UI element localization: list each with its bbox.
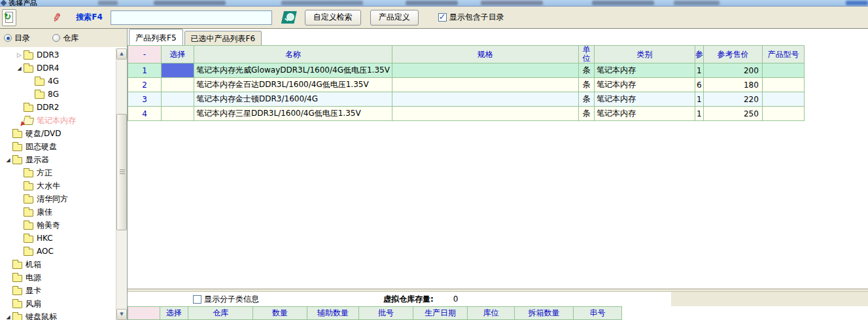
column-header-5[interactable]: 类别 (594, 46, 695, 63)
edit-pen-icon[interactable]: ✎ (51, 10, 63, 25)
custom-search-button[interactable]: 自定义检索 (305, 10, 361, 26)
tab-bar: 产品列表F5已选中产品列表F6 (128, 29, 868, 45)
background-window-fragment (98, 1, 118, 5)
radio-option-warehouse[interactable]: 仓库 (52, 33, 78, 44)
tab-0[interactable]: 产品列表F5 (129, 29, 183, 45)
expander-icon[interactable]: ▷ (15, 52, 24, 58)
tree-item-DDR4[interactable]: ◢DDR4 (0, 62, 115, 75)
tree-item-风扇[interactable]: 风扇 (0, 297, 115, 310)
product-table-header-row: -选择名称规格单位类别参参考售价产品型号 (128, 46, 805, 63)
radio-option-catalog[interactable]: 目录 (4, 33, 30, 44)
unit-cell: 条 (578, 63, 594, 78)
tree-item-康佳[interactable]: 康佳 (0, 205, 115, 219)
tab-1[interactable]: 已选中产品列表F6 (184, 31, 262, 45)
tree-item-机箱[interactable]: 机箱 (0, 258, 115, 271)
select-cell[interactable] (162, 107, 194, 121)
tree-item-翰美奇[interactable]: 翰美奇 (0, 219, 115, 232)
magnifier-icon[interactable] (281, 11, 297, 24)
bottom-controls: 显示分子类信息 虚拟仓库存量: 0 (128, 292, 868, 306)
column-header-3[interactable]: 规格 (392, 46, 578, 63)
stock-column-header-7[interactable]: 库位 (468, 307, 515, 320)
tree-item-显卡[interactable]: 显卡 (0, 284, 115, 297)
background-window-fragment (281, 1, 363, 5)
tree-item-方正[interactable]: 方正 (0, 166, 115, 179)
column-header-6[interactable]: 参 (695, 46, 703, 63)
stock-column-header-2[interactable]: 仓库 (188, 307, 253, 320)
search-input[interactable] (111, 10, 272, 25)
folder-icon (24, 222, 33, 230)
tree-item-笔记本内存[interactable]: 笔记本内存 (0, 114, 115, 127)
spec-cell (392, 63, 578, 78)
price-cell: 180 (703, 78, 762, 92)
spec-cell (392, 78, 578, 92)
tree-item-显示器[interactable]: ◢显示器 (0, 153, 115, 166)
tree-item-DDR3[interactable]: ▷DDR3 (0, 48, 115, 62)
stock-column-header-0[interactable] (128, 307, 160, 320)
category-tree: ▷DDR3◢DDR44G8GDDR2笔记本内存硬盘/DVD固态硬盘◢显示器方正大… (0, 48, 115, 320)
scroll-up-button[interactable]: ▲ (116, 48, 127, 60)
folder-icon (12, 144, 22, 151)
stock-column-header-8[interactable]: 拆箱数量 (515, 307, 574, 320)
stock-column-header-5[interactable]: 批号 (359, 307, 413, 320)
column-header-2[interactable]: 名称 (194, 46, 392, 63)
column-header-8[interactable]: 产品型号 (762, 46, 804, 63)
tree-item-大水牛[interactable]: 大水牛 (0, 179, 115, 192)
name-cell: 笔记本内存光威GlowayDDR3L/1600/4G低电压1.35V (194, 63, 392, 78)
select-product-window: 选择产品 ↻ ✎ 搜索F4 自定义检索 产品定义 显示包含子目录 (0, 0, 868, 320)
stock-column-header-6[interactable]: 生产日期 (413, 307, 468, 320)
stock-column-header-3[interactable]: 数量 (253, 307, 307, 320)
product-row[interactable]: 1笔记本内存光威GlowayDDR3L/1600/4G低电压1.35V条笔记本内… (128, 63, 805, 78)
select-cell[interactable] (162, 78, 194, 92)
folder-icon (12, 288, 22, 295)
tree-item-HKC[interactable]: HKC (0, 232, 115, 245)
folder-icon (24, 65, 33, 73)
window-title: 选择产品 (9, 0, 37, 7)
product-row[interactable]: 2笔记本内存金百达DDR3L/1600/4G低电压1.35V条笔记本内存6180 (128, 78, 805, 92)
column-header-1[interactable]: 选择 (162, 46, 194, 63)
product-row[interactable]: 4笔记本内存三星DDR3L/1600/4G低电压1.35V条笔记本内存1250 (128, 107, 805, 121)
tree-item-键盘鼠标[interactable]: ◢键盘鼠标 (0, 310, 115, 320)
product-define-button[interactable]: 产品定义 (370, 10, 419, 26)
window-body: 目录 仓库 ▷DDR3◢DDR44G8GDDR2笔记本内存硬盘/DVD固态硬盘◢… (0, 29, 868, 320)
expander-icon[interactable]: ◢ (15, 65, 24, 71)
tree-item-AOC[interactable]: AOC (0, 245, 115, 258)
name-cell: 笔记本内存金百达DDR3L/1600/4G低电压1.35V (194, 78, 392, 92)
tree-item-DDR2[interactable]: DDR2 (0, 101, 115, 114)
tree-item-硬盘/DVD[interactable]: 硬盘/DVD (0, 127, 115, 140)
column-header-0[interactable]: - (128, 46, 162, 63)
scroll-thumb[interactable] (116, 114, 127, 230)
refresh-button[interactable]: ↻ (2, 9, 16, 26)
folder-icon (12, 301, 22, 308)
expander-icon[interactable]: ◢ (4, 157, 12, 163)
tree-item-label: 硬盘/DVD (26, 128, 61, 139)
show-subclass-checkbox[interactable] (193, 295, 201, 304)
select-cell[interactable] (162, 92, 194, 107)
tree-item-电源[interactable]: 电源 (0, 271, 115, 284)
tree-item-label: 8G (48, 90, 59, 99)
titlebar: 选择产品 (0, 0, 868, 7)
column-header-7[interactable]: 参考售价 (703, 46, 762, 63)
bottom-filler (458, 292, 868, 306)
product-row[interactable]: 3笔记本内存金士顿DDR3/1600/4G条笔记本内存1220 (128, 92, 805, 107)
background-window-fragment (481, 1, 543, 5)
scroll-down-button[interactable]: ▼ (116, 309, 127, 320)
tree-item-4G[interactable]: 4G (0, 75, 115, 88)
folder-icon (12, 275, 22, 282)
tree-item-固态硬盘[interactable]: 固态硬盘 (0, 140, 115, 153)
folder-icon (12, 262, 22, 269)
category-tree-panel: ▷DDR3◢DDR44G8GDDR2笔记本内存硬盘/DVD固态硬盘◢显示器方正大… (0, 47, 127, 320)
tree-item-清华同方[interactable]: 清华同方 (0, 192, 115, 205)
select-cell[interactable] (162, 63, 194, 78)
radio-warehouse-label: 仓库 (63, 33, 78, 44)
column-header-4[interactable]: 单位 (578, 46, 594, 63)
tree-item-8G[interactable]: 8G (0, 88, 115, 101)
ref-cell: 1 (695, 63, 703, 78)
stock-column-header-1[interactable]: 选择 (160, 307, 188, 320)
stock-column-header-9[interactable]: 串号 (574, 307, 622, 320)
stock-column-header-4[interactable]: 辅助数量 (307, 307, 359, 320)
include-subdirs-checkbox[interactable] (438, 13, 447, 22)
tree-item-label: 4G (48, 77, 59, 86)
tree-item-label: 康佳 (37, 207, 52, 218)
tree-scrollbar[interactable]: ▲ ▼ (116, 48, 127, 320)
expander-icon[interactable]: ◢ (4, 314, 12, 320)
